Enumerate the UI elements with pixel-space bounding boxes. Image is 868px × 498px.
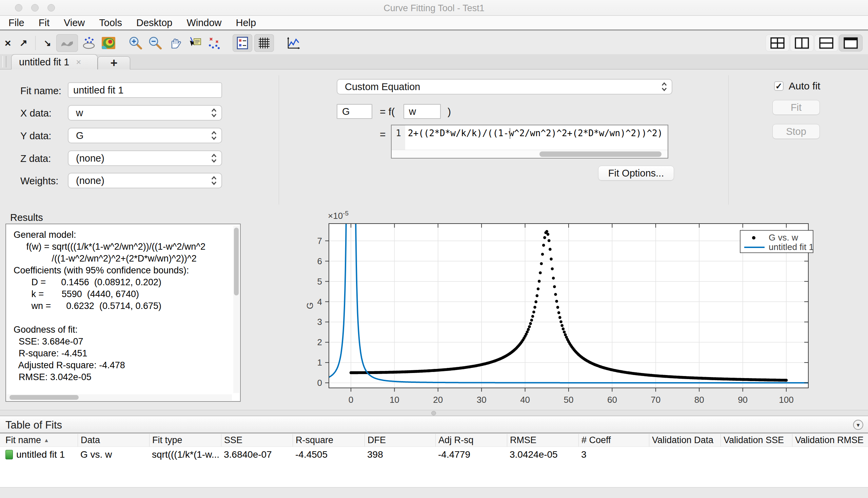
svg-text:40: 40 bbox=[520, 395, 530, 405]
text-caret bbox=[510, 128, 510, 139]
menu-desktop[interactable]: Desktop bbox=[136, 17, 172, 28]
results-vscrollbar[interactable] bbox=[233, 226, 239, 393]
plot-canvas[interactable]: 010203040506070809010001234567×10-5wGG v… bbox=[253, 209, 820, 410]
x-data-select[interactable]: w bbox=[68, 105, 222, 121]
table-of-fits-header: Table of Fits ▼ bbox=[0, 416, 868, 433]
equation-editor[interactable]: 1 2+((2*D*w/k/k)/((1-w^2/wn^2)^2+(2*D*w/… bbox=[391, 124, 668, 159]
column-r-square[interactable]: R-square bbox=[293, 434, 365, 446]
table-row[interactable]: untitled fit 1 G vs. w sqrt(((1/k*(1-w..… bbox=[0, 447, 868, 462]
layout-grid-2x2-button[interactable] bbox=[766, 35, 789, 52]
equation-hscrollbar-thumb[interactable] bbox=[539, 152, 662, 157]
menu-window[interactable]: Window bbox=[187, 17, 221, 28]
add-fit-tab-button[interactable]: + bbox=[98, 56, 130, 69]
fit-options-button[interactable]: Fit Options... bbox=[598, 166, 674, 181]
x-data-label: X data: bbox=[20, 108, 52, 119]
splitter-handle-icon[interactable] bbox=[431, 411, 436, 415]
dependent-variable-input[interactable]: G bbox=[337, 104, 372, 119]
svg-text:×10-5: ×10-5 bbox=[328, 210, 348, 221]
column-fit-type[interactable]: Fit type bbox=[149, 434, 221, 446]
fit-type-value: Custom Equation bbox=[345, 81, 420, 92]
column-rmse[interactable]: RMSE bbox=[507, 434, 578, 446]
y-data-value: G bbox=[76, 130, 84, 141]
layout-split-horizontal-button[interactable] bbox=[814, 35, 838, 52]
svg-text:50: 50 bbox=[564, 395, 574, 405]
menu-tools[interactable]: Tools bbox=[99, 17, 122, 28]
results-panel: General model: f(w) = sqrt(((1/k*(1-w^2/… bbox=[5, 224, 241, 402]
column-adj-r-sq[interactable]: Adj R-sq bbox=[435, 434, 507, 446]
close-paren-text: ) bbox=[448, 106, 451, 118]
y-data-label: Y data: bbox=[20, 130, 51, 142]
cell-validation-sse bbox=[720, 447, 792, 462]
sort-ascending-icon: ▲ bbox=[44, 437, 49, 444]
table-of-fits-menu-button[interactable]: ▼ bbox=[853, 420, 863, 430]
close-icon[interactable]: × bbox=[1, 34, 15, 52]
fit-plot[interactable]: 010203040506070809010001234567×10-5wGG v… bbox=[253, 209, 820, 410]
surface-fit-icon[interactable] bbox=[80, 34, 98, 52]
cell-fit-name: untitled fit 1 bbox=[3, 447, 78, 462]
check-icon: ✓ bbox=[776, 81, 782, 91]
fit-type-select[interactable]: Custom Equation bbox=[337, 79, 672, 94]
equation-hscrollbar[interactable] bbox=[392, 150, 668, 158]
layout-split-vertical-button[interactable] bbox=[790, 35, 814, 52]
exclude-outliers-icon[interactable] bbox=[205, 34, 223, 52]
x-data-value: w bbox=[76, 107, 83, 119]
table-header-row: Fit name▲ Data Fit type SSE R-square DFE… bbox=[0, 434, 868, 447]
menu-fit[interactable]: Fit bbox=[39, 17, 50, 28]
zoom-out-icon[interactable] bbox=[146, 34, 164, 52]
menu-view[interactable]: View bbox=[64, 17, 85, 28]
column-data[interactable]: Data bbox=[78, 434, 149, 446]
weights-select[interactable]: (none) bbox=[68, 173, 222, 188]
window-title: Curve Fitting Tool - Test1 bbox=[0, 3, 868, 14]
fit-color-swatch-icon bbox=[5, 450, 13, 459]
menu-help[interactable]: Help bbox=[236, 17, 256, 28]
column-num-coeff[interactable]: # Coeff bbox=[578, 434, 649, 446]
toolbar-separator bbox=[35, 36, 36, 50]
adjust-axes-limits-icon[interactable] bbox=[285, 34, 303, 52]
z-data-label: Z data: bbox=[20, 153, 51, 164]
column-validation-sse[interactable]: Validation SSE bbox=[720, 434, 792, 446]
svg-text:10: 10 bbox=[390, 395, 399, 405]
svg-text:3: 3 bbox=[317, 317, 322, 327]
results-vscrollbar-thumb[interactable] bbox=[234, 228, 239, 296]
svg-text:0: 0 bbox=[317, 378, 322, 388]
layout-single-pane-button[interactable] bbox=[839, 35, 863, 52]
stop-button[interactable]: Stop bbox=[773, 124, 820, 139]
column-validation-data[interactable]: Validation Data bbox=[649, 434, 720, 446]
menu-file[interactable]: File bbox=[9, 17, 24, 28]
fit-name-input[interactable]: untitled fit 1 bbox=[68, 82, 222, 98]
results-hscrollbar[interactable] bbox=[7, 394, 232, 401]
dock-arrow-icon[interactable]: ↘ bbox=[41, 34, 54, 52]
panel-separator bbox=[279, 75, 279, 205]
legend-toggle-icon[interactable] bbox=[233, 34, 252, 52]
column-sse[interactable]: SSE bbox=[221, 434, 293, 446]
datatip-icon[interactable] bbox=[186, 34, 203, 52]
open-arrow-icon[interactable]: ↗ bbox=[17, 34, 30, 52]
horizontal-splitter[interactable] bbox=[0, 410, 868, 416]
tab-untitled-fit-1[interactable]: untitled fit 1 × bbox=[11, 54, 98, 69]
fit-button[interactable]: Fit bbox=[773, 100, 820, 115]
z-data-select[interactable]: (none) bbox=[68, 150, 222, 166]
column-validation-rmse[interactable]: Validation RMSE bbox=[792, 434, 868, 446]
cell-adj-r-sq: -4.4779 bbox=[435, 447, 507, 462]
tab-bar-grip[interactable] bbox=[2, 56, 7, 67]
auto-fit-checkbox[interactable]: ✓ bbox=[774, 81, 783, 91]
chevron-up-down-icon bbox=[210, 176, 217, 185]
independent-variable-input[interactable]: w bbox=[404, 104, 441, 119]
results-hscrollbar-thumb[interactable] bbox=[10, 395, 79, 400]
column-fit-name[interactable]: Fit name▲ bbox=[3, 434, 78, 446]
equation-text[interactable]: 2+((2*D*w/k/k)/((1-w^2/wn^2)^2+(2*D*w/wn… bbox=[408, 128, 666, 138]
grid-toggle-icon[interactable] bbox=[254, 34, 274, 52]
curve-fit-icon[interactable] bbox=[56, 34, 78, 52]
pan-hand-icon[interactable] bbox=[166, 34, 184, 52]
column-dfe[interactable]: DFE bbox=[365, 434, 435, 446]
tab-close-icon[interactable]: × bbox=[76, 57, 81, 66]
svg-text:7: 7 bbox=[317, 236, 322, 246]
weights-label: Weights: bbox=[20, 175, 58, 187]
y-data-select[interactable]: G bbox=[68, 128, 222, 143]
svg-text:4: 4 bbox=[317, 297, 322, 307]
cell-dfe: 398 bbox=[365, 447, 435, 462]
table-of-fits: Fit name▲ Data Fit type SSE R-square DFE… bbox=[0, 434, 868, 487]
zoom-in-icon[interactable] bbox=[127, 34, 144, 52]
curve-fitting-tool-window: Curve Fitting Tool - Test1 File Fit View… bbox=[0, 0, 868, 498]
contour-plot-icon[interactable] bbox=[100, 34, 117, 52]
